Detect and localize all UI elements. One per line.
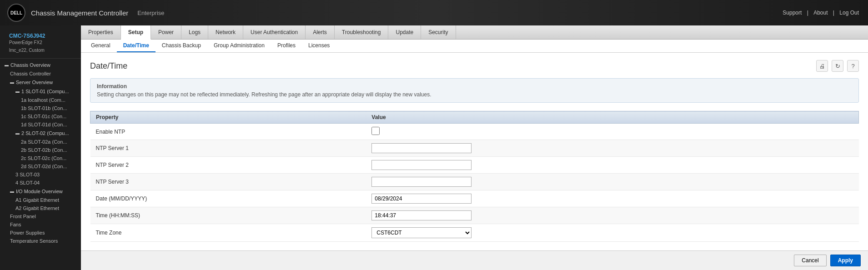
sidebar-item-2c[interactable]: 2c SLOT-02c (Con... (0, 154, 81, 162)
property-table: Property Value Enable NTP NTP Server 1 (90, 111, 859, 242)
collapse-icon: ▬ (10, 189, 14, 194)
page-title-bar: Date/Time 🖨 ↻ ? (90, 60, 859, 72)
table-row: Enable NTP (90, 124, 859, 140)
info-box-text: Setting changes on this page may not be … (97, 91, 852, 98)
app-title: Chassis Management Controller (31, 9, 128, 17)
sidebar-item-slot02[interactable]: ▬ 2 SLOT-02 (Compu... (0, 129, 81, 138)
val-ntp-server1 (366, 140, 858, 157)
time-input[interactable] (371, 210, 472, 220)
refresh-button[interactable]: ↻ (832, 60, 843, 72)
main-layout: CMC-7S6J942 PowerEdge FX2 lmc_e22, Custo… (0, 25, 868, 270)
tab-user-authentication[interactable]: User Authentication (243, 25, 306, 39)
sidebar-item-2b[interactable]: 2b SLOT-02b (Con... (0, 146, 81, 154)
ntp-server3-input[interactable] (371, 177, 472, 187)
sidebar-item-front-panel[interactable]: Front Panel (0, 212, 81, 220)
custom-label: lmc_e22, Custom (5, 48, 76, 55)
sidebar-item-1c[interactable]: 1c SLOT-01c (Con... (0, 112, 81, 120)
sidebar-item-a2[interactable]: A2 Gigabit Ethernet (0, 204, 81, 212)
prop-date: Date (MM/DD/YYYY) (90, 190, 366, 207)
sidebar-item-fans[interactable]: Fans (0, 220, 81, 229)
sidebar-label: Chassis Overview (10, 62, 50, 68)
table-row: NTP Server 1 (90, 140, 859, 157)
header-nav: Support | About | Log Out (781, 10, 861, 16)
print-button[interactable]: 🖨 (816, 60, 828, 72)
ntp-server1-input[interactable] (371, 143, 472, 153)
separator2: | (833, 10, 834, 16)
tab-update[interactable]: Update (388, 25, 421, 39)
date-input[interactable] (371, 194, 472, 204)
table-row: Date (MM/DD/YYYY) (90, 190, 859, 207)
page-title: Date/Time (90, 61, 127, 71)
sidebar-item-temp-sensors[interactable]: Temperature Sensors (0, 237, 81, 245)
col-value: Value (366, 111, 858, 124)
secondary-tab-bar: General Date/Time Chassis Backup Group A… (81, 40, 868, 53)
tab-licenses[interactable]: Licenses (302, 40, 336, 52)
prop-timezone: Time Zone (90, 224, 366, 242)
tab-general[interactable]: General (85, 40, 117, 52)
sidebar-item-a1[interactable]: A1 Gigabit Ethernet (0, 196, 81, 204)
val-ntp-server3 (366, 174, 858, 190)
sidebar-divider (0, 58, 81, 59)
prop-ntp-server2: NTP Server 2 (90, 157, 366, 174)
logout-link[interactable]: Log Out (839, 10, 859, 16)
table-row: Time Zone CST6CDT UTC EST5EDT PST8PDT MS… (90, 224, 859, 242)
header: DELL Chassis Management Controller Enter… (0, 0, 868, 25)
table-row: NTP Server 3 (90, 174, 859, 190)
apply-button[interactable]: Apply (830, 255, 861, 266)
info-box-title: Information (97, 83, 852, 90)
prop-ntp-server3: NTP Server 3 (90, 174, 366, 190)
collapse-icon: ▬ (15, 89, 20, 94)
action-bar: Cancel Apply (81, 250, 868, 270)
separator1: | (807, 10, 808, 16)
col-property: Property (90, 111, 366, 124)
cmc-id[interactable]: CMC-7S6J942 (5, 29, 76, 40)
tab-profiles[interactable]: Profiles (271, 40, 302, 52)
val-enable-ntp (366, 124, 858, 140)
tab-group-administration[interactable]: Group Administration (207, 40, 271, 52)
sidebar-item-server-overview[interactable]: ▬ Server Overview (0, 78, 81, 87)
val-time (366, 207, 858, 224)
sidebar-item-1b[interactable]: 1b SLOT-01b (Con... (0, 104, 81, 112)
sidebar-item-2a[interactable]: 2a SLOT-02a (Con... (0, 138, 81, 146)
tab-setup[interactable]: Setup (121, 25, 151, 40)
info-box: Information Setting changes on this page… (90, 78, 859, 103)
about-link[interactable]: About (813, 10, 828, 16)
edition-label: Enterprise (137, 10, 164, 16)
tab-chassis-backup[interactable]: Chassis Backup (156, 40, 207, 52)
sidebar-item-slot04[interactable]: 4 SLOT-04 (0, 179, 81, 187)
tab-power[interactable]: Power (151, 25, 181, 39)
main-content: Properties Setup Power Logs Network User… (81, 25, 868, 270)
support-link[interactable]: Support (783, 10, 802, 16)
sidebar-item-chassis-overview[interactable]: ▬ Chassis Overview (0, 60, 81, 70)
tab-security[interactable]: Security (421, 25, 456, 39)
collapse-icon: ▬ (15, 131, 20, 135)
val-timezone: CST6CDT UTC EST5EDT PST8PDT MST7MDT HST … (366, 224, 858, 242)
val-ntp-server2 (366, 157, 858, 174)
sidebar-item-1a[interactable]: 1a localhost (Com... (0, 96, 81, 104)
tab-datetime[interactable]: Date/Time (117, 40, 156, 52)
tab-alerts[interactable]: Alerts (306, 25, 335, 39)
tab-troubleshooting[interactable]: Troubleshooting (335, 25, 389, 39)
cancel-button[interactable]: Cancel (794, 255, 826, 266)
sidebar-item-io-overview[interactable]: ▬ I/O Module Overview (0, 187, 81, 196)
help-button[interactable]: ? (847, 60, 859, 72)
table-row: NTP Server 2 (90, 157, 859, 174)
prop-ntp-server1: NTP Server 1 (90, 140, 366, 157)
sidebar-item-slot03[interactable]: 3 SLOT-03 (0, 170, 81, 179)
collapse-icon: ▬ (10, 80, 14, 85)
dell-logo: DELL (7, 4, 25, 22)
ntp-server2-input[interactable] (371, 160, 472, 170)
primary-tab-bar: Properties Setup Power Logs Network User… (81, 25, 868, 40)
device-name: PowerEdge FX2 (5, 40, 76, 48)
sidebar-item-power-supplies[interactable]: Power Supplies (0, 229, 81, 237)
sidebar-item-chassis-controller[interactable]: Chassis Controller (0, 70, 81, 78)
sidebar-item-1d[interactable]: 1d SLOT-01d (Con... (0, 120, 81, 129)
tab-network[interactable]: Network (208, 25, 243, 39)
enable-ntp-checkbox[interactable] (371, 127, 380, 135)
sidebar-item-2d[interactable]: 2d SLOT-02d (Con... (0, 162, 81, 170)
collapse-icon: ▬ (5, 63, 9, 67)
tab-properties[interactable]: Properties (81, 25, 121, 39)
timezone-select[interactable]: CST6CDT UTC EST5EDT PST8PDT MST7MDT HST … (371, 227, 472, 238)
sidebar-item-slot01[interactable]: ▬ 1 SLOT-01 (Compu... (0, 87, 81, 96)
tab-logs[interactable]: Logs (181, 25, 208, 39)
